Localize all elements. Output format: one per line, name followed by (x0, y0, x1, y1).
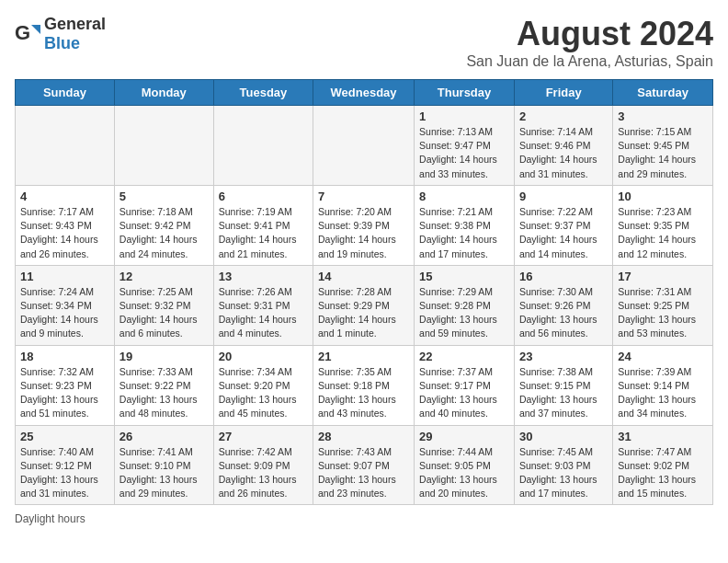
day-number: 29 (419, 430, 509, 443)
week-row-5: 25Sunrise: 7:40 AM Sunset: 9:12 PM Dayli… (16, 425, 713, 505)
day-number: 5 (119, 190, 209, 203)
col-header-wednesday: Wednesday (313, 80, 415, 106)
day-cell-30: 30Sunrise: 7:45 AM Sunset: 9:03 PM Dayli… (514, 425, 612, 505)
day-number: 9 (519, 190, 608, 203)
empty-cell (313, 106, 415, 186)
day-cell-3: 3Sunrise: 7:15 AM Sunset: 9:45 PM Daylig… (613, 106, 713, 186)
day-cell-1: 1Sunrise: 7:13 AM Sunset: 9:47 PM Daylig… (415, 106, 515, 186)
day-cell-11: 11Sunrise: 7:24 AM Sunset: 9:34 PM Dayli… (16, 265, 115, 345)
day-cell-9: 9Sunrise: 7:22 AM Sunset: 9:37 PM Daylig… (514, 185, 612, 265)
day-info: Sunrise: 7:41 AM Sunset: 9:10 PM Dayligh… (119, 445, 209, 501)
day-info: Sunrise: 7:20 AM Sunset: 9:39 PM Dayligh… (318, 205, 409, 261)
logo-text-general: General (44, 15, 106, 33)
day-cell-15: 15Sunrise: 7:29 AM Sunset: 9:28 PM Dayli… (415, 265, 515, 345)
day-info: Sunrise: 7:19 AM Sunset: 9:41 PM Dayligh… (219, 205, 308, 261)
day-info: Sunrise: 7:40 AM Sunset: 9:12 PM Dayligh… (20, 445, 109, 501)
day-number: 15 (419, 270, 509, 283)
svg-marker-1 (31, 25, 40, 34)
footer-note: Daylight hours (15, 512, 713, 525)
day-number: 13 (219, 270, 308, 283)
day-number: 18 (20, 350, 109, 363)
empty-cell (114, 106, 213, 186)
day-cell-28: 28Sunrise: 7:43 AM Sunset: 9:07 PM Dayli… (313, 425, 415, 505)
col-header-sunday: Sunday (16, 80, 115, 106)
day-number: 6 (219, 190, 308, 203)
day-number: 12 (119, 270, 209, 283)
day-info: Sunrise: 7:34 AM Sunset: 9:20 PM Dayligh… (219, 365, 308, 421)
subtitle: San Juan de la Arena, Asturias, Spain (466, 53, 713, 70)
day-cell-7: 7Sunrise: 7:20 AM Sunset: 9:39 PM Daylig… (313, 185, 415, 265)
day-cell-23: 23Sunrise: 7:38 AM Sunset: 9:15 PM Dayli… (514, 345, 612, 425)
day-number: 11 (20, 270, 109, 283)
day-info: Sunrise: 7:32 AM Sunset: 9:23 PM Dayligh… (20, 365, 109, 421)
day-cell-19: 19Sunrise: 7:33 AM Sunset: 9:22 PM Dayli… (114, 345, 213, 425)
day-cell-14: 14Sunrise: 7:28 AM Sunset: 9:29 PM Dayli… (313, 265, 415, 345)
day-info: Sunrise: 7:35 AM Sunset: 9:18 PM Dayligh… (318, 365, 409, 421)
day-number: 19 (119, 350, 209, 363)
logo-text-blue: Blue (44, 34, 80, 52)
day-number: 1 (419, 109, 509, 123)
day-number: 7 (318, 190, 409, 203)
day-info: Sunrise: 7:15 AM Sunset: 9:45 PM Dayligh… (618, 125, 708, 181)
title-area: August 2024 San Juan de la Arena, Asturi… (466, 15, 713, 70)
day-cell-10: 10Sunrise: 7:23 AM Sunset: 9:35 PM Dayli… (613, 185, 713, 265)
day-info: Sunrise: 7:42 AM Sunset: 9:09 PM Dayligh… (219, 445, 308, 501)
day-cell-21: 21Sunrise: 7:35 AM Sunset: 9:18 PM Dayli… (313, 345, 415, 425)
svg-text:G: G (15, 21, 30, 44)
day-number: 3 (618, 109, 708, 123)
week-row-4: 18Sunrise: 7:32 AM Sunset: 9:23 PM Dayli… (16, 345, 713, 425)
day-info: Sunrise: 7:21 AM Sunset: 9:38 PM Dayligh… (419, 205, 509, 261)
day-number: 8 (419, 190, 509, 203)
day-cell-16: 16Sunrise: 7:30 AM Sunset: 9:26 PM Dayli… (514, 265, 612, 345)
header-row: SundayMondayTuesdayWednesdayThursdayFrid… (16, 80, 713, 106)
day-cell-20: 20Sunrise: 7:34 AM Sunset: 9:20 PM Dayli… (213, 345, 313, 425)
day-info: Sunrise: 7:33 AM Sunset: 9:22 PM Dayligh… (119, 365, 209, 421)
day-cell-6: 6Sunrise: 7:19 AM Sunset: 9:41 PM Daylig… (213, 185, 313, 265)
day-info: Sunrise: 7:39 AM Sunset: 9:14 PM Dayligh… (618, 365, 708, 421)
day-info: Sunrise: 7:14 AM Sunset: 9:46 PM Dayligh… (519, 125, 608, 181)
day-info: Sunrise: 7:47 AM Sunset: 9:02 PM Dayligh… (618, 445, 708, 501)
day-info: Sunrise: 7:26 AM Sunset: 9:31 PM Dayligh… (219, 285, 308, 341)
main-title: August 2024 (466, 15, 713, 53)
day-info: Sunrise: 7:31 AM Sunset: 9:25 PM Dayligh… (618, 285, 708, 341)
day-number: 24 (618, 350, 708, 363)
logo-icon: G (15, 21, 40, 47)
header: G General Blue August 2024 San Juan de l… (15, 15, 713, 70)
day-cell-17: 17Sunrise: 7:31 AM Sunset: 9:25 PM Dayli… (613, 265, 713, 345)
day-cell-29: 29Sunrise: 7:44 AM Sunset: 9:05 PM Dayli… (415, 425, 515, 505)
day-cell-8: 8Sunrise: 7:21 AM Sunset: 9:38 PM Daylig… (415, 185, 515, 265)
day-number: 28 (318, 430, 409, 443)
empty-cell (213, 106, 313, 186)
day-info: Sunrise: 7:37 AM Sunset: 9:17 PM Dayligh… (419, 365, 509, 421)
day-info: Sunrise: 7:38 AM Sunset: 9:15 PM Dayligh… (519, 365, 608, 421)
day-number: 14 (318, 270, 409, 283)
day-number: 25 (20, 430, 109, 443)
week-row-3: 11Sunrise: 7:24 AM Sunset: 9:34 PM Dayli… (16, 265, 713, 345)
col-header-friday: Friday (514, 80, 612, 106)
day-number: 30 (519, 430, 608, 443)
day-number: 20 (219, 350, 308, 363)
logo: G General Blue (15, 15, 106, 53)
day-number: 27 (219, 430, 308, 443)
col-header-thursday: Thursday (415, 80, 515, 106)
day-info: Sunrise: 7:45 AM Sunset: 9:03 PM Dayligh… (519, 445, 608, 501)
day-cell-25: 25Sunrise: 7:40 AM Sunset: 9:12 PM Dayli… (16, 425, 115, 505)
day-info: Sunrise: 7:13 AM Sunset: 9:47 PM Dayligh… (419, 125, 509, 181)
day-number: 4 (20, 190, 109, 203)
day-info: Sunrise: 7:25 AM Sunset: 9:32 PM Dayligh… (119, 285, 209, 341)
day-cell-2: 2Sunrise: 7:14 AM Sunset: 9:46 PM Daylig… (514, 106, 612, 186)
day-number: 16 (519, 270, 608, 283)
col-header-saturday: Saturday (613, 80, 713, 106)
day-info: Sunrise: 7:23 AM Sunset: 9:35 PM Dayligh… (618, 205, 708, 261)
day-info: Sunrise: 7:30 AM Sunset: 9:26 PM Dayligh… (519, 285, 608, 341)
week-row-1: 1Sunrise: 7:13 AM Sunset: 9:47 PM Daylig… (16, 106, 713, 186)
day-info: Sunrise: 7:28 AM Sunset: 9:29 PM Dayligh… (318, 285, 409, 341)
day-info: Sunrise: 7:43 AM Sunset: 9:07 PM Dayligh… (318, 445, 409, 501)
week-row-2: 4Sunrise: 7:17 AM Sunset: 9:43 PM Daylig… (16, 185, 713, 265)
calendar-table: SundayMondayTuesdayWednesdayThursdayFrid… (15, 79, 713, 505)
col-header-tuesday: Tuesday (213, 80, 313, 106)
day-info: Sunrise: 7:24 AM Sunset: 9:34 PM Dayligh… (20, 285, 109, 341)
day-number: 26 (119, 430, 209, 443)
day-info: Sunrise: 7:17 AM Sunset: 9:43 PM Dayligh… (20, 205, 109, 261)
day-number: 21 (318, 350, 409, 363)
